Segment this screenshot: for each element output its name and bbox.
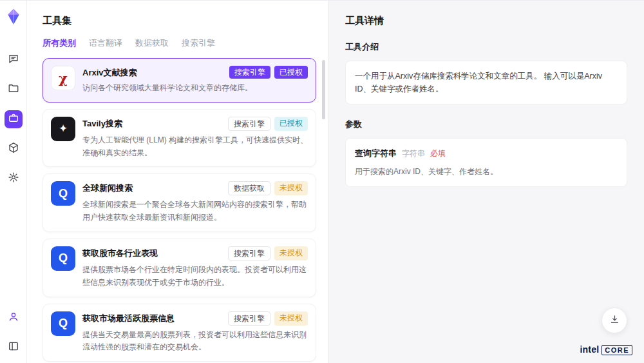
auth-status-badge: 未授权 xyxy=(274,311,308,326)
category-badge: 搜索引擎 xyxy=(228,117,270,131)
params-heading: 参数 xyxy=(345,119,627,130)
sidebar-item-files[interactable] xyxy=(5,81,23,99)
tool-description: 提供股票市场各个行业在特定时间段内的表现。投资者可以利用这些信息来识别表现优于或… xyxy=(82,264,308,289)
tool-description: 专为人工智能代理 (LLM) 构建的搜索引擎工具，可快速提供实时、准确和真实的结… xyxy=(82,134,308,160)
chat-icon xyxy=(8,53,19,67)
tool-description: 访问各个研究领域大量科学论文和文章的存储库。 xyxy=(82,82,308,95)
category-badge: 搜索引擎 xyxy=(228,246,270,260)
param-card: 查询字符串 字符串 必填 用于搜索的Arxiv ID、关键字、作者姓名。 xyxy=(345,138,627,187)
param-name: 查询字符串 xyxy=(355,147,397,161)
category-badge: 搜索引擎 xyxy=(229,66,270,79)
sidebar-item-settings[interactable] xyxy=(5,170,23,188)
tool-name: 获取市场最活跃股票信息 xyxy=(82,311,175,324)
finance-app-icon: Q xyxy=(51,246,75,271)
cube-icon xyxy=(8,142,19,156)
gear-icon xyxy=(8,172,19,186)
user-icon xyxy=(8,311,19,325)
app-window: 工具集 所有类别 语言翻译 数据获取 搜索引擎 χ Arxiv文献搜索 搜索引擎… xyxy=(0,0,644,363)
sidebar-item-collapse[interactable] xyxy=(5,338,23,357)
detail-title: 工具详情 xyxy=(345,15,627,27)
tool-list-header: 工具集 所有类别 语言翻译 数据获取 搜索引擎 xyxy=(27,1,328,54)
tool-card-arxiv[interactable]: χ Arxiv文献搜索 搜索引擎 已授权 访问各个研究领域大量科学论文和文章的存… xyxy=(43,58,316,103)
arxiv-icon: χ xyxy=(51,66,75,90)
tool-detail-panel: 工具详情 工具介绍 一个用于从Arxiv存储库搜索科学论文和文章的工具。 输入可… xyxy=(328,1,644,363)
intro-text: 一个用于从Arxiv存储库搜索科学论文和文章的工具。 输入可以是Arxiv ID… xyxy=(355,72,602,93)
tool-card-sector-performance[interactable]: Q 获取股市各行业表现 搜索引擎 未授权 提供股票市场各个行业在特定时间段内的表… xyxy=(43,239,316,297)
auth-status-badge: 已授权 xyxy=(274,66,308,79)
tab-data-fetch[interactable]: 数据获取 xyxy=(135,37,169,54)
news-app-icon: Q xyxy=(51,181,75,206)
tool-description: 提供当天交易量最高的股票列表，投资者可以利用这些信息来识别流动性强的股票和潜在的… xyxy=(82,329,308,355)
category-badge: 搜索引擎 xyxy=(228,311,270,326)
finance-app-icon: Q xyxy=(51,311,75,336)
sidebar-item-chat[interactable] xyxy=(5,51,23,69)
sidebar-item-account[interactable] xyxy=(5,309,23,327)
icon-rail xyxy=(0,1,27,363)
intro-card: 一个用于从Arxiv存储库搜索科学论文和文章的工具。 输入可以是Arxiv ID… xyxy=(345,61,627,104)
folder-icon xyxy=(8,83,19,97)
briefcase-icon xyxy=(8,112,19,126)
app-logo-icon xyxy=(5,8,22,25)
auth-status-badge: 未授权 xyxy=(274,246,308,260)
page-title: 工具集 xyxy=(43,15,312,27)
intro-heading: 工具介绍 xyxy=(345,41,627,53)
auth-status-badge: 已授权 xyxy=(274,117,308,131)
tab-search-engine[interactable]: 搜索引擎 xyxy=(182,37,215,54)
category-badge: 数据获取 xyxy=(228,181,270,195)
download-icon xyxy=(609,314,620,328)
brand-primary: intel xyxy=(580,344,599,355)
param-description: 用于搜索的Arxiv ID、关键字、作者姓名。 xyxy=(355,166,618,178)
tool-name: Tavily搜索 xyxy=(82,117,122,130)
tool-card-tavily[interactable]: ✦ Tavily搜索 搜索引擎 已授权 专为人工智能代理 (LLM) 构建的搜索… xyxy=(43,109,316,168)
tool-card-global-news[interactable]: Q 全球新闻搜索 数据获取 未授权 全球新闻搜索是一个聚合全球各大新闻网站内容的… xyxy=(43,173,316,232)
tab-all-categories[interactable]: 所有类别 xyxy=(43,37,76,54)
sidebar-item-tools[interactable] xyxy=(5,110,23,128)
intel-core-logo: intel CORE xyxy=(580,344,632,355)
tool-name: Arxiv文献搜索 xyxy=(82,66,137,79)
brand-secondary: CORE xyxy=(601,345,632,355)
tool-list: χ Arxiv文献搜索 搜索引擎 已授权 访问各个研究领域大量科学论文和文章的存… xyxy=(27,54,328,363)
tool-name: 全球新闻搜索 xyxy=(82,181,133,194)
tool-list-panel: 工具集 所有类别 语言翻译 数据获取 搜索引擎 χ Arxiv文献搜索 搜索引擎… xyxy=(27,1,328,363)
param-type: 字符串 xyxy=(402,148,425,160)
tab-language-translation[interactable]: 语言翻译 xyxy=(89,37,122,54)
scrollbar-thumb[interactable] xyxy=(322,60,325,119)
tool-description: 全球新闻搜索是一个聚合全球各大新闻网站内容的搜索引擎，帮助用户快速获取全球最新资… xyxy=(82,199,308,224)
tool-name: 获取股市各行业表现 xyxy=(82,246,158,259)
panel-layout-icon xyxy=(8,340,19,355)
category-tabs: 所有类别 语言翻译 数据获取 搜索引擎 xyxy=(43,37,312,54)
tool-card-most-active-stocks[interactable]: Q 获取市场最活跃股票信息 搜索引擎 未授权 提供当天交易量最高的股票列表，投资… xyxy=(43,304,316,362)
auth-status-badge: 未授权 xyxy=(274,181,308,195)
download-button[interactable] xyxy=(601,308,627,333)
sidebar-item-plugins[interactable] xyxy=(5,140,23,158)
tavily-icon: ✦ xyxy=(51,117,75,141)
param-required-flag: 必填 xyxy=(430,148,446,160)
